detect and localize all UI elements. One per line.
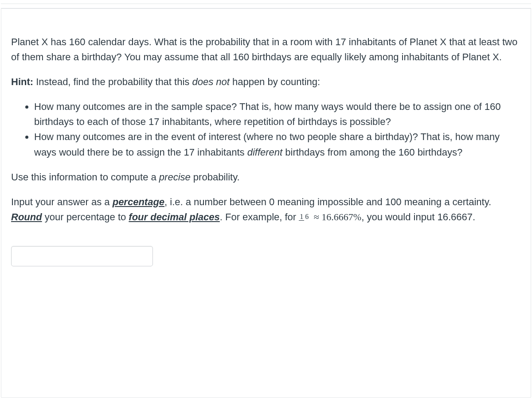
bullet-1-text: How many outcomes are in the sample spac… bbox=[34, 101, 501, 127]
hint-em: does not bbox=[192, 76, 229, 87]
fraction-denominator: 6 bbox=[304, 213, 309, 220]
instr-percentage: percentage bbox=[113, 196, 164, 207]
frame-top-line-1 bbox=[1, 4, 531, 4]
instr-p1: Input your answer as a bbox=[11, 196, 113, 207]
precise-paragraph: Use this information to compute a precis… bbox=[11, 170, 521, 185]
hint-paragraph: Hint: Instead, find the probability that… bbox=[11, 74, 521, 90]
precise-em: precise bbox=[159, 172, 191, 183]
approx-value: ≈ 16.6667% bbox=[311, 211, 361, 222]
instr-p5: , you would input 16.6667. bbox=[361, 211, 475, 222]
instr-round: Round bbox=[11, 211, 42, 222]
list-item: How many outcomes are in the sample spac… bbox=[34, 99, 521, 129]
question-content: Planet X has 160 calendar days. What is … bbox=[11, 35, 521, 266]
list-item: How many outcomes are in the event of in… bbox=[34, 129, 521, 160]
instr-four-dec: four decimal places bbox=[129, 211, 219, 222]
instr-p4: . For example, for bbox=[220, 211, 299, 222]
answer-input[interactable] bbox=[11, 246, 153, 266]
hint-list: How many outcomes are in the sample spac… bbox=[11, 99, 521, 160]
problem-statement: Planet X has 160 calendar days. What is … bbox=[11, 35, 521, 65]
bullet-2-em: different bbox=[247, 147, 283, 158]
precise-after: probability. bbox=[191, 172, 240, 183]
instr-p2: , i.e. a number between 0 meaning imposs… bbox=[164, 196, 491, 207]
hint-label: Hint: bbox=[11, 76, 33, 87]
fraction-numerator: 1 bbox=[299, 213, 304, 221]
hint-text-after: happen by counting: bbox=[230, 76, 320, 87]
precise-before: Use this information to compute a bbox=[11, 172, 159, 183]
bullet-2-after: birthdays from among the 160 birthdays? bbox=[282, 147, 462, 158]
fraction-one-sixth: 16 bbox=[299, 213, 309, 221]
input-instructions: Input your answer as a percentage, i.e. … bbox=[11, 195, 521, 225]
instr-p3: your percentage to bbox=[42, 211, 129, 222]
question-card: Planet X has 160 calendar days. What is … bbox=[1, 8, 531, 398]
hint-text-before: Instead, find the probability that this bbox=[33, 76, 192, 87]
